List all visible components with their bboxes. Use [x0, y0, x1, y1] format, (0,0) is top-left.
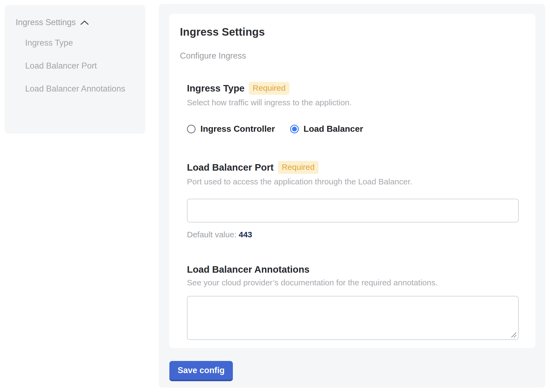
sidebar-item-load-balancer-annotations[interactable]: Load Balancer Annotations — [25, 81, 133, 96]
required-badge: Required — [249, 82, 289, 95]
ingress-settings-form-card: Ingress Settings Configure Ingress Ingre… — [169, 14, 535, 348]
save-config-button[interactable]: Save config — [169, 361, 233, 381]
sidebar-item-ingress-type[interactable]: Ingress Type — [25, 35, 133, 50]
page-subtitle: Configure Ingress — [180, 51, 519, 61]
radio-label-ingress-controller: Ingress Controller — [200, 124, 275, 134]
sidebar-item-list: Ingress Type Load Balancer Port Load Bal… — [16, 35, 135, 96]
sidebar-section-ingress-settings[interactable]: Ingress Settings — [16, 18, 135, 27]
sidebar-section-label: Ingress Settings — [16, 18, 76, 27]
sidebar-item-load-balancer-port[interactable]: Load Balancer Port — [25, 58, 133, 73]
settings-sidebar: Ingress Settings Ingress Type Load Balan… — [5, 5, 145, 134]
ingress-type-heading: Ingress Type — [187, 83, 244, 94]
default-value-number: 443 — [239, 230, 252, 239]
required-badge: Required — [278, 161, 318, 174]
section-ingress-type: Ingress Type Required Select how traffic… — [187, 82, 519, 134]
radio-icon-unselected[interactable] — [187, 125, 196, 133]
section-load-balancer-annotations: Load Balancer Annotations See your cloud… — [187, 264, 519, 340]
load-balancer-port-heading: Load Balancer Port — [187, 162, 274, 173]
main-panel: Ingress Settings Configure Ingress Ingre… — [159, 4, 545, 388]
page-title: Ingress Settings — [180, 26, 519, 38]
load-balancer-port-heading-row: Load Balancer Port Required — [187, 161, 519, 174]
load-balancer-annotations-description: See your cloud provider’s documentation … — [187, 278, 519, 287]
section-load-balancer-port: Load Balancer Port Required Port used to… — [187, 161, 519, 239]
radio-icon-selected[interactable] — [290, 125, 299, 133]
default-value-label: Default value: — [187, 230, 236, 239]
chevron-up-icon — [80, 20, 89, 26]
load-balancer-annotations-textarea[interactable] — [187, 296, 519, 340]
load-balancer-port-description: Port used to access the application thro… — [187, 177, 519, 186]
radio-label-load-balancer: Load Balancer — [304, 124, 363, 134]
load-balancer-annotations-heading: Load Balancer Annotations — [187, 264, 310, 275]
radio-option-ingress-controller[interactable]: Ingress Controller — [187, 124, 275, 134]
load-balancer-port-input[interactable] — [187, 199, 519, 222]
ingress-type-radio-group: Ingress Controller Load Balancer — [187, 124, 519, 134]
ingress-type-heading-row: Ingress Type Required — [187, 82, 519, 95]
load-balancer-annotations-textarea-wrap — [187, 296, 519, 340]
ingress-type-description: Select how traffic will ingress to the a… — [187, 98, 519, 107]
load-balancer-annotations-heading-row: Load Balancer Annotations — [187, 264, 519, 275]
radio-option-load-balancer[interactable]: Load Balancer — [290, 124, 363, 134]
default-value-row: Default value:443 — [187, 230, 519, 239]
form-sections: Ingress Type Required Select how traffic… — [180, 82, 519, 340]
